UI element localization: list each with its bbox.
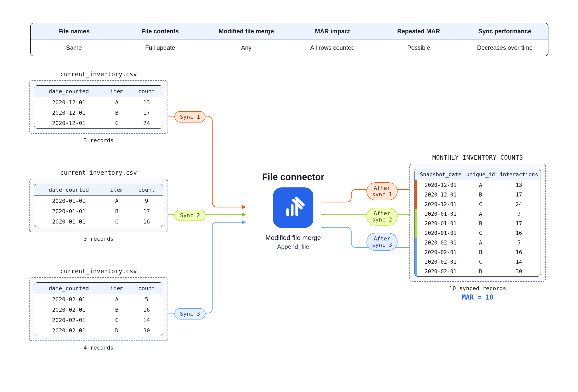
record-count: 3 records: [29, 236, 168, 242]
mar-value: MAR = 10: [409, 293, 546, 301]
cell: Same: [31, 40, 117, 56]
output-table: Snapshot_date unique_id interactions 202…: [415, 169, 541, 276]
sync-2-badge: Sync 2: [174, 210, 205, 221]
after-sync-2-badge: After sync 2: [366, 208, 398, 226]
table-row: 2020-02-01B16: [34, 305, 163, 315]
table-row: 2020-12-01C24: [34, 118, 163, 128]
cell: All rows counted: [289, 40, 376, 56]
table-row: 2020-12-01A13: [34, 97, 163, 108]
table-row: 2020-02-01B16: [415, 248, 541, 257]
table-row: 2020-02-01D30: [415, 267, 541, 276]
cell: Full update: [117, 40, 203, 56]
table-row: 2020-12-01A13: [415, 180, 541, 190]
filename: current_inventory.csv: [29, 71, 168, 78]
table-row: 2020-01-01A9: [34, 196, 163, 206]
output-table-card: MONTHLY_INVENTORY_COUNTS Snapshot_date u…: [409, 154, 546, 301]
table-row: 2020-12-01B17: [415, 190, 541, 200]
table-row: 2020-12-01B17: [34, 108, 163, 118]
after-sync-1-badge: After sync 1: [366, 182, 398, 200]
table-row: 2020-01-01B17: [34, 206, 163, 216]
record-count: 3 records: [29, 137, 168, 143]
col-header: File names: [31, 23, 117, 39]
sync-3-badge: Sync 3: [174, 308, 205, 320]
output-title: MONTHLY_INVENTORY_COUNTS: [409, 154, 546, 161]
connector-icon: [273, 187, 313, 228]
source-file-3: current_inventory.csv date_counted item …: [29, 268, 168, 351]
col-header: Repeated MAR: [376, 23, 462, 39]
table-row: 2020-02-01A5: [34, 294, 163, 305]
table-row: 2020-01-01C16: [415, 228, 541, 238]
record-count: 4 records: [29, 345, 168, 351]
col-header: MAR impact: [289, 23, 376, 39]
table-row: 2020-01-01C16: [34, 216, 163, 227]
source-table: date_counted item count 2020-01-01A9 202…: [34, 184, 163, 227]
cell: Any: [203, 40, 289, 56]
file-connector: File connector Modified file merge Appen…: [248, 172, 339, 250]
source-table: date_counted item count 2020-02-01A5 202…: [34, 283, 163, 336]
source-file-1: current_inventory.csv date_counted item …: [29, 71, 168, 143]
source-file-2: current_inventory.csv date_counted item …: [29, 169, 168, 242]
table-row: Same Full update Any All rows counted Po…: [31, 40, 548, 56]
table-header-row: File names File contents Modified file m…: [31, 23, 548, 40]
output-record-count: 10 synced records: [409, 285, 546, 291]
merge-mode-value: Append_file: [248, 243, 339, 250]
cell: Possible: [376, 40, 462, 56]
after-sync-3-badge: After sync 3: [366, 233, 398, 251]
filename: current_inventory.csv: [29, 169, 168, 176]
col-header: Sync performance: [462, 23, 548, 39]
col-header: Modified file merge: [203, 23, 289, 39]
col-header: File contents: [117, 23, 203, 39]
source-table: date_counted item count 2020-12-01A13 20…: [34, 86, 163, 128]
filename: current_inventory.csv: [29, 268, 168, 275]
table-row: 2020-02-01C14: [415, 257, 541, 267]
table-row: 2020-02-01D30: [34, 325, 163, 336]
table-row: 2020-02-01A5: [415, 238, 541, 248]
summary-table: File names File contents Modified file m…: [30, 23, 548, 56]
merge-mode-label: Modified file merge: [248, 234, 339, 242]
sync-1-badge: Sync 1: [174, 111, 205, 122]
table-row: 2020-01-01B17: [415, 219, 541, 228]
table-row: 2020-01-01A9: [415, 209, 541, 219]
table-row: 2020-12-01C24: [415, 200, 541, 209]
connector-title: File connector: [248, 172, 339, 182]
cell: Decreases over time: [462, 40, 548, 56]
table-row: 2020-02-01C14: [34, 315, 163, 325]
